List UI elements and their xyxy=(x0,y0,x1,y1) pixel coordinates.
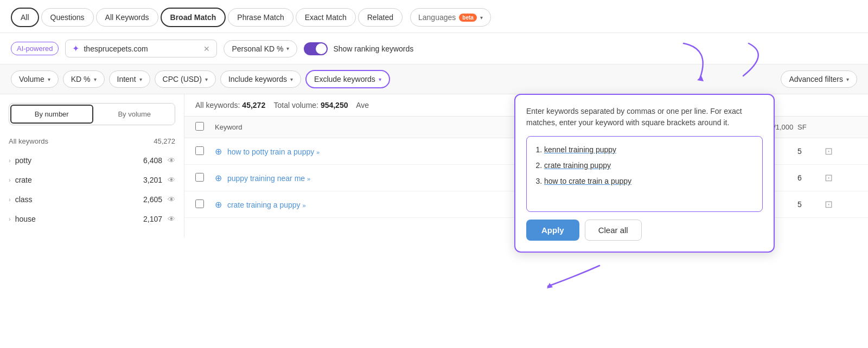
row-sf-col: 5 xyxy=(797,147,825,156)
kd-dropdown[interactable]: Personal KD % ▾ xyxy=(224,40,297,57)
row-actions-col: ⊡ xyxy=(825,198,857,210)
sidebar-count: 3,201 xyxy=(143,176,162,184)
kd-label: Personal KD % xyxy=(232,44,283,53)
row-checkbox[interactable] xyxy=(195,146,204,155)
eye-icon[interactable]: 👁 xyxy=(168,215,175,223)
sidebar-item-left: › class xyxy=(9,195,33,204)
volume-label: Volume xyxy=(19,75,44,83)
sidebar-item[interactable]: › crate 3,201 👁 xyxy=(0,170,184,190)
row-checkbox[interactable] xyxy=(195,173,204,182)
by-volume-button[interactable]: By volume xyxy=(94,104,175,125)
list-item: crate training puppy xyxy=(544,159,756,172)
header-checkbox-col xyxy=(195,122,215,132)
domain-input[interactable]: thesprucepets.com xyxy=(84,44,199,53)
keyword-link[interactable]: how to potty train a puppy xyxy=(227,147,314,156)
chevron-down-icon: ▾ xyxy=(205,76,208,82)
tab-all[interactable]: All xyxy=(11,8,39,27)
sidebar-count: 2,107 xyxy=(143,215,162,223)
row-checkbox[interactable] xyxy=(195,199,204,208)
sidebar-item-left: › house xyxy=(9,215,36,223)
sidebar-item[interactable]: › potty 6,408 👁 xyxy=(0,151,184,170)
serp-icon[interactable]: ⊡ xyxy=(825,199,833,210)
chevron-down-icon: ▾ xyxy=(290,76,293,82)
toggle-label: Show ranking keywords xyxy=(333,44,413,53)
tab-related[interactable]: Related xyxy=(358,8,403,27)
keyword-link[interactable]: crate training a puppy xyxy=(227,201,301,209)
stats-avg-label: Ave xyxy=(356,101,369,109)
close-icon[interactable]: ✕ xyxy=(203,44,210,53)
row-actions-col: ⊡ xyxy=(825,145,857,157)
sidebar-all-keywords-count: 45,272 xyxy=(154,137,175,145)
stats-keywords-label: All keywords: xyxy=(195,101,240,109)
keyword-2: crate training puppy xyxy=(544,161,611,170)
volume-filter[interactable]: Volume ▾ xyxy=(11,70,59,88)
kd-filter-label: KD % xyxy=(71,75,91,83)
chevron-right-icon: › xyxy=(9,216,11,222)
add-icon[interactable]: ⊕ xyxy=(215,147,222,156)
select-all-checkbox[interactable] xyxy=(195,122,204,131)
chevron-right-icon: › xyxy=(9,177,11,183)
stats-volume-label: Total volume: xyxy=(274,101,318,109)
languages-label: Languages xyxy=(418,13,456,22)
list-item: how to crate train a puppy xyxy=(544,175,756,188)
serp-icon[interactable]: ⊡ xyxy=(825,146,833,157)
chevrons-icon: » xyxy=(302,202,305,209)
tab-phrase-match[interactable]: Phrase Match xyxy=(228,8,293,27)
include-label: Include keywords xyxy=(228,75,287,83)
exclude-keywords-filter[interactable]: Exclude keywords ▾ xyxy=(305,70,390,88)
popup-description: Enter keywords separated by commas or on… xyxy=(526,106,763,128)
sidebar-keyword: house xyxy=(15,215,36,223)
sidebar-item[interactable]: › house 2,107 👁 xyxy=(0,209,184,229)
include-keywords-filter[interactable]: Include keywords ▾ xyxy=(220,70,301,88)
tab-languages[interactable]: Languages beta ▾ xyxy=(410,8,491,27)
filter-row: Volume ▾ KD % ▾ Intent ▾ CPC (USD) ▾ Inc… xyxy=(0,65,868,94)
ai-powered-label: AI-powered xyxy=(11,42,59,55)
search-input-wrapper[interactable]: ✦ thesprucepets.com ✕ xyxy=(65,40,217,57)
apply-button[interactable]: Apply xyxy=(526,220,579,241)
kd-filter[interactable]: KD % ▾ xyxy=(63,70,105,88)
svg-marker-1 xyxy=(547,283,553,288)
row-sf-col: 6 xyxy=(797,173,825,182)
intent-filter[interactable]: Intent ▾ xyxy=(109,70,150,88)
chevron-right-icon: › xyxy=(9,196,11,203)
eye-icon[interactable]: 👁 xyxy=(168,176,175,184)
keyword-link[interactable]: puppy training near me xyxy=(227,174,305,183)
tab-all-keywords[interactable]: All Keywords xyxy=(96,8,158,27)
sidebar-item[interactable]: › class 2,605 👁 xyxy=(0,190,184,209)
tab-exact-match[interactable]: Exact Match xyxy=(296,8,356,27)
sidebar-keyword: potty xyxy=(15,156,31,165)
eye-icon[interactable]: 👁 xyxy=(168,195,175,204)
sidebar-item-left: › potty xyxy=(9,156,31,165)
tab-bar: All Questions All Keywords Broad Match P… xyxy=(0,0,868,33)
advanced-filters[interactable]: Advanced filters ▾ xyxy=(781,70,857,88)
keyword-1: kennel training puppy xyxy=(544,145,616,154)
add-icon[interactable]: ⊕ xyxy=(215,173,222,183)
clear-all-button[interactable]: Clear all xyxy=(585,220,642,241)
intent-label: Intent xyxy=(117,75,136,83)
header-sf-col: SF xyxy=(797,123,825,131)
exclude-keywords-popup: Enter keywords separated by commas or on… xyxy=(514,94,775,253)
tab-broad-match[interactable]: Broad Match xyxy=(161,8,226,27)
row-actions-col: ⊡ xyxy=(825,172,857,184)
sidebar-keyword: crate xyxy=(15,176,32,184)
eye-icon[interactable]: 👁 xyxy=(168,156,175,165)
by-number-button[interactable]: By number xyxy=(10,105,93,124)
chevrons-icon: » xyxy=(316,149,320,156)
serp-icon[interactable]: ⊡ xyxy=(825,172,833,183)
chevron-down-icon: ▾ xyxy=(480,15,483,21)
exclude-label: Exclude keywords xyxy=(314,75,375,83)
list-item: kennel training puppy xyxy=(544,143,756,157)
chevron-right-icon: › xyxy=(9,157,11,164)
keywords-input[interactable]: kennel training puppy crate training pup… xyxy=(526,136,763,212)
add-icon[interactable]: ⊕ xyxy=(215,200,222,209)
chevron-down-icon: ▾ xyxy=(94,76,97,82)
cpc-filter[interactable]: CPC (USD) ▾ xyxy=(155,70,216,88)
beta-badge: beta xyxy=(459,14,477,22)
chevrons-icon: » xyxy=(307,176,310,182)
sidebar-all-keywords-label: All keywords xyxy=(9,137,48,145)
row-checkbox-col xyxy=(195,199,215,210)
ranking-toggle[interactable] xyxy=(304,42,328,55)
tab-questions[interactable]: Questions xyxy=(41,8,94,27)
chevron-down-icon: ▾ xyxy=(48,76,50,82)
keyword-3: how to crate train a puppy xyxy=(544,177,631,185)
